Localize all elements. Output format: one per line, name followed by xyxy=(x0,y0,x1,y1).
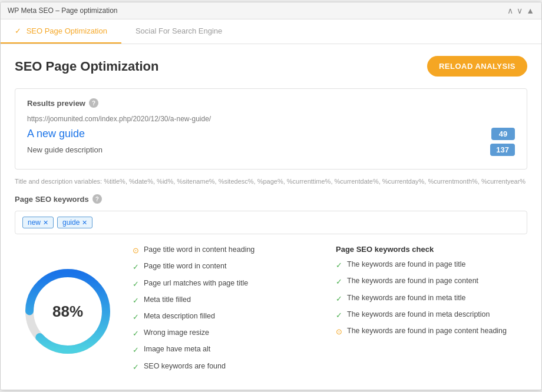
check-text-1: Page title word in content xyxy=(144,261,226,272)
results-preview-label: Results preview ? xyxy=(27,98,515,108)
reload-analysis-button[interactable]: RELOAD ANALYSIS xyxy=(427,56,527,77)
check-text-6: Image have meta alt xyxy=(144,344,210,355)
check-item-4: ✓ Meta description filled xyxy=(133,311,324,323)
check-right-text-2: The keywords are found in meta title xyxy=(347,293,466,304)
tab-social-label: Social For Search Engine xyxy=(136,26,222,35)
check-item-7: ✓ SEO keywords are found xyxy=(133,361,324,373)
check-item-6: ✓ Image have meta alt xyxy=(133,344,324,356)
check-item-1: ✓ Page title word in content xyxy=(133,261,324,273)
preview-url: https://joomunited.com/index.php/2020/12… xyxy=(27,115,515,123)
window-title: WP Meta SEO – Page optimization xyxy=(8,6,118,15)
keywords-help-icon[interactable]: ? xyxy=(92,194,102,204)
check-right-icon-3: ✓ xyxy=(336,310,342,321)
check-right-item-1: ✓ The keywords are found in page content xyxy=(336,276,527,287)
preview-title-link[interactable]: A new guide xyxy=(27,128,85,140)
check-text-3: Meta title filled xyxy=(144,295,191,305)
check-right-text-4: The keywords are found in page content h… xyxy=(347,326,507,337)
keyword-guide-remove[interactable]: ✕ xyxy=(82,219,87,227)
preview-title-row: A new guide 49 xyxy=(27,128,515,140)
check-right-icon-0: ✓ xyxy=(336,260,342,271)
check-icon-4: ✓ xyxy=(133,312,139,323)
results-preview-section: Results preview ? https://joomunited.com… xyxy=(15,88,527,170)
title-counter-badge: 49 xyxy=(491,128,515,140)
keywords-label: Page SEO keywords ? xyxy=(15,194,527,204)
main-window: WP Meta SEO – Page optimization ∧ ∨ ▲ SE… xyxy=(0,2,542,390)
keyword-tag-guide: guide ✕ xyxy=(57,217,92,228)
check-icon-6: ✓ xyxy=(133,345,139,356)
check-right-item-4: ⊙ The keywords are found in page content… xyxy=(336,326,527,337)
preview-description: New guide description xyxy=(27,145,103,154)
keyword-new-remove[interactable]: ✕ xyxy=(43,219,48,227)
check-right-text-0: The keywords are found in page title xyxy=(347,260,466,270)
content-area: SEO Page Optimization RELOAD ANALYSIS Re… xyxy=(1,44,541,390)
desc-counter-badge: 137 xyxy=(490,144,515,156)
check-icon-3: ✓ xyxy=(133,295,139,306)
check-text-0: Page title word in content heading xyxy=(144,245,255,255)
keyword-new-label: new xyxy=(28,218,41,227)
title-bar: WP Meta SEO – Page optimization ∧ ∨ ▲ xyxy=(1,2,541,19)
check-right-icon-4: ⊙ xyxy=(336,327,342,337)
variables-text: Title and description variables: %title%… xyxy=(15,178,527,185)
score-donut: 88% xyxy=(15,245,121,378)
checks-right-col: Page SEO keywords check ✓ The keywords a… xyxy=(336,245,527,378)
check-text-5: Wrong image resize xyxy=(144,328,209,338)
check-right-icon-2: ✓ xyxy=(336,294,342,304)
check-icon-2: ✓ xyxy=(133,279,139,290)
check-right-item-2: ✓ The keywords are found in meta title xyxy=(336,293,527,304)
check-right-icon-1: ✓ xyxy=(336,277,342,287)
check-item-2: ✓ Page url matches with page title xyxy=(133,278,324,290)
check-right-text-1: The keywords are found in page content xyxy=(347,276,478,287)
tab-seo-label: SEO Page Optimization xyxy=(27,26,107,35)
keyword-tag-new: new ✕ xyxy=(22,217,54,228)
keyword-guide-label: guide xyxy=(62,218,80,227)
check-icon-0: ⊙ xyxy=(133,245,139,256)
results-preview-help-icon[interactable]: ? xyxy=(89,98,98,108)
close-icon[interactable]: ▲ xyxy=(526,6,534,15)
tab-bar: SEO Page Optimization Social For Search … xyxy=(1,19,541,44)
page-title: SEO Page Optimization xyxy=(15,59,158,74)
checks-left-col: ⊙ Page title word in content heading ✓ P… xyxy=(133,245,324,378)
tab-seo[interactable]: SEO Page Optimization xyxy=(1,19,121,44)
expand-icon[interactable]: ∨ xyxy=(517,6,523,15)
keywords-section: Page SEO keywords ? new ✕ guide ✕ xyxy=(15,194,527,234)
window-controls: ∧ ∨ ▲ xyxy=(507,6,534,15)
check-icon-1: ✓ xyxy=(133,262,139,273)
check-right-item-0: ✓ The keywords are found in page title xyxy=(336,260,527,271)
check-right-text-3: The keywords are found in meta descripti… xyxy=(347,310,490,320)
check-icon-7: ✓ xyxy=(133,362,139,373)
preview-description-row: New guide description 137 xyxy=(27,144,515,156)
check-text-7: SEO keywords are found xyxy=(144,361,226,372)
score-label: 88% xyxy=(52,303,83,321)
check-right-item-3: ✓ The keywords are found in meta descrip… xyxy=(336,310,527,321)
check-item-3: ✓ Meta title filled xyxy=(133,295,324,306)
keywords-input-area[interactable]: new ✕ guide ✕ xyxy=(15,211,527,234)
checks-right-title: Page SEO keywords check xyxy=(336,245,527,254)
check-item-0: ⊙ Page title word in content heading xyxy=(133,245,324,256)
check-text-2: Page url matches with page title xyxy=(144,278,248,289)
analysis-section: 88% ⊙ Page title word in content heading… xyxy=(15,245,527,378)
check-icon-5: ✓ xyxy=(133,328,139,339)
tab-social[interactable]: Social For Search Engine xyxy=(121,19,236,44)
checks-container: ⊙ Page title word in content heading ✓ P… xyxy=(133,245,527,378)
check-item-5: ✓ Wrong image resize xyxy=(133,328,324,339)
page-header: SEO Page Optimization RELOAD ANALYSIS xyxy=(15,56,527,77)
check-text-4: Meta description filled xyxy=(144,311,215,322)
minimize-icon[interactable]: ∧ xyxy=(507,6,513,15)
